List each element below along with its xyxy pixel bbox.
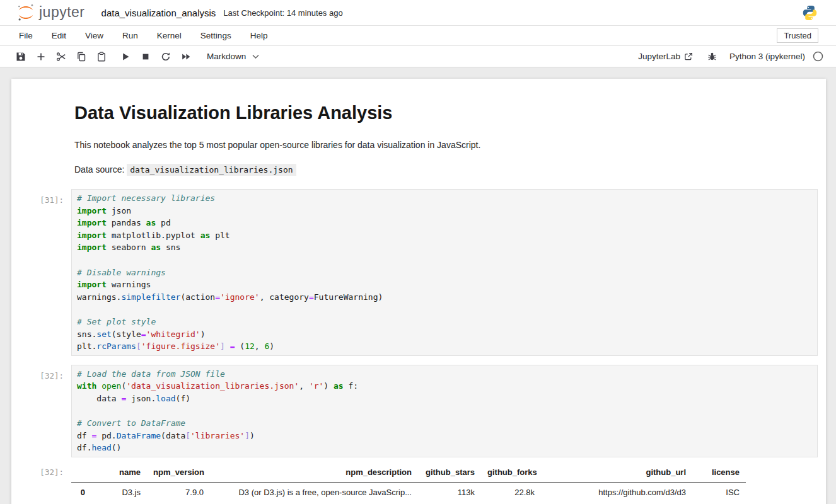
menu-view[interactable]: View bbox=[78, 28, 111, 43]
code-line: # Import necessary libraries bbox=[77, 192, 812, 205]
column-header: github_url bbox=[541, 464, 692, 483]
code-line: import seaborn as sns bbox=[77, 241, 812, 254]
notebook-page: Data Visualization Libraries Analysis Th… bbox=[11, 79, 826, 504]
column-header: license bbox=[692, 464, 746, 483]
data-source-label: Data source: bbox=[74, 164, 124, 175]
code-line: data = json.load(f) bbox=[77, 392, 812, 405]
code-line bbox=[77, 254, 812, 266]
code-line: # Convert to DataFrame bbox=[77, 417, 812, 430]
menu-help[interactable]: Help bbox=[243, 28, 276, 43]
python-logo-icon bbox=[801, 4, 827, 21]
code-line: # Disable warnings bbox=[77, 266, 812, 279]
code-line: # Set plot style bbox=[77, 316, 812, 328]
code-line: import warnings bbox=[77, 278, 812, 291]
code-line: # Load the data from JSON file bbox=[77, 368, 812, 381]
table-cell: D3 (or D3.js) is a free, open-source Jav… bbox=[210, 482, 418, 502]
cell-output-32: [32]: namenpm_versionnpm_descriptiongith… bbox=[11, 461, 826, 502]
cut-icon bbox=[56, 52, 66, 62]
jupyter-wordmark: jupyter bbox=[39, 4, 85, 21]
column-header: name bbox=[91, 464, 147, 483]
menu-edit[interactable]: Edit bbox=[44, 28, 74, 43]
code-line: import matplotlib.pyplot as plt bbox=[77, 229, 812, 242]
open-in-jupyterlab-link[interactable]: JupyterLab bbox=[638, 52, 693, 61]
run-icon bbox=[120, 52, 131, 62]
column-header: github_stars bbox=[418, 464, 481, 483]
code-line: df = pd.DataFrame(data['libraries']) bbox=[77, 430, 812, 442]
data-source-line: Data source: data_visualization_librarie… bbox=[74, 164, 807, 175]
save-icon bbox=[16, 52, 26, 62]
run-cell-button[interactable] bbox=[116, 49, 135, 65]
cell-type-dropdown[interactable]: Markdown bbox=[202, 49, 264, 64]
column-header: github_forks bbox=[481, 464, 541, 483]
code-editor[interactable]: # Load the data from JSON filewith open(… bbox=[71, 365, 818, 457]
dataframe-table: namenpm_versionnpm_descriptiongithub_sta… bbox=[71, 464, 746, 502]
code-line: warnings.simplefilter(action='ignore', c… bbox=[77, 291, 812, 304]
notebook-toolbar: Markdown JupyterLab Python 3 (ipykernel) bbox=[0, 46, 836, 67]
column-header: npm_version bbox=[147, 464, 210, 483]
add-cell-icon bbox=[36, 52, 46, 62]
table-header-row: namenpm_versionnpm_descriptiongithub_sta… bbox=[71, 464, 746, 483]
cut-cells-button[interactable] bbox=[52, 49, 71, 65]
menu-settings[interactable]: Settings bbox=[193, 28, 239, 43]
kernel-name[interactable]: Python 3 (ipykernel) bbox=[729, 52, 805, 61]
top-title-bar: jupyter data_visualization_analysis Last… bbox=[0, 0, 836, 26]
code-line: df.head() bbox=[77, 442, 812, 454]
code-cell-31: [31]: # Import necessary librariesimport… bbox=[11, 189, 826, 356]
restart-kernel-button[interactable] bbox=[156, 49, 175, 65]
bug-icon bbox=[707, 52, 717, 61]
code-line: import json bbox=[77, 205, 812, 217]
code-line bbox=[77, 405, 812, 418]
table-cell: 113k bbox=[418, 482, 481, 502]
jupyterlab-label: JupyterLab bbox=[638, 52, 680, 61]
output-prompt: [32]: bbox=[11, 461, 71, 477]
menu-file[interactable]: File bbox=[11, 28, 40, 43]
code-editor[interactable]: # Import necessary librariesimport jsoni… bbox=[71, 189, 818, 356]
interrupt-kernel-button[interactable] bbox=[136, 49, 155, 65]
table-cell: 7.9.0 bbox=[147, 482, 210, 502]
trusted-button[interactable]: Trusted bbox=[777, 28, 818, 43]
table-cell: https://github.com/d3/d3 bbox=[541, 482, 692, 502]
paste-icon bbox=[96, 52, 107, 62]
last-checkpoint-text: Last Checkpoint: 14 minutes ago bbox=[223, 8, 342, 18]
markdown-cell[interactable]: Data Visualization Libraries Analysis Th… bbox=[74, 103, 807, 175]
run-all-icon bbox=[181, 52, 191, 62]
restart-run-all-button[interactable] bbox=[177, 49, 195, 65]
code-line: sns.set(style='whitegrid') bbox=[77, 328, 812, 341]
table-cell: D3.js bbox=[91, 482, 147, 502]
add-cell-button[interactable] bbox=[32, 49, 50, 65]
table-cell: ISC bbox=[692, 482, 746, 502]
menu-kernel[interactable]: Kernel bbox=[149, 28, 189, 43]
notebook-scroll-area[interactable]: Data Visualization Libraries Analysis Th… bbox=[0, 67, 836, 503]
column-header: npm_description bbox=[210, 464, 418, 483]
menu-bar: File Edit View Run Kernel Settings Help … bbox=[0, 26, 836, 46]
code-cell-32: [32]: # Load the data from JSON filewith… bbox=[11, 365, 826, 457]
copy-cells-button[interactable] bbox=[72, 49, 91, 65]
cell-type-value: Markdown bbox=[207, 52, 246, 61]
execution-prompt: [32]: bbox=[11, 365, 71, 381]
page-title: Data Visualization Libraries Analysis bbox=[74, 103, 807, 123]
code-line: plt.rcParams['figure.figsize'] = (12, 6) bbox=[77, 340, 812, 353]
jupyter-logo[interactable]: jupyter bbox=[16, 3, 85, 22]
table-cell: 0 bbox=[71, 482, 91, 502]
code-line: import pandas as pd bbox=[77, 217, 812, 229]
external-link-icon bbox=[684, 52, 693, 61]
copy-icon bbox=[76, 52, 86, 62]
code-line bbox=[77, 303, 812, 316]
column-header bbox=[71, 464, 91, 483]
debugger-button[interactable] bbox=[704, 49, 721, 65]
paste-cells-button[interactable] bbox=[92, 49, 111, 65]
code-line: with open('data_visualization_libraries.… bbox=[77, 380, 812, 392]
stop-icon bbox=[141, 52, 151, 62]
menu-run[interactable]: Run bbox=[115, 28, 146, 43]
kernel-status-indicator[interactable] bbox=[813, 51, 825, 62]
save-button[interactable] bbox=[11, 49, 30, 65]
kernel-status-icon bbox=[813, 51, 823, 62]
execution-prompt: [31]: bbox=[11, 189, 71, 205]
table-cell: 22.8k bbox=[481, 482, 541, 502]
notebook-title[interactable]: data_visualization_analysis bbox=[102, 8, 216, 18]
restart-icon bbox=[161, 52, 171, 62]
chevron-down-icon bbox=[252, 54, 259, 59]
table-row: 0D3.js7.9.0D3 (or D3.js) is a free, open… bbox=[71, 482, 746, 502]
jupyter-logo-icon bbox=[16, 3, 35, 22]
data-source-filename: data_visualization_libraries.json bbox=[127, 164, 296, 176]
